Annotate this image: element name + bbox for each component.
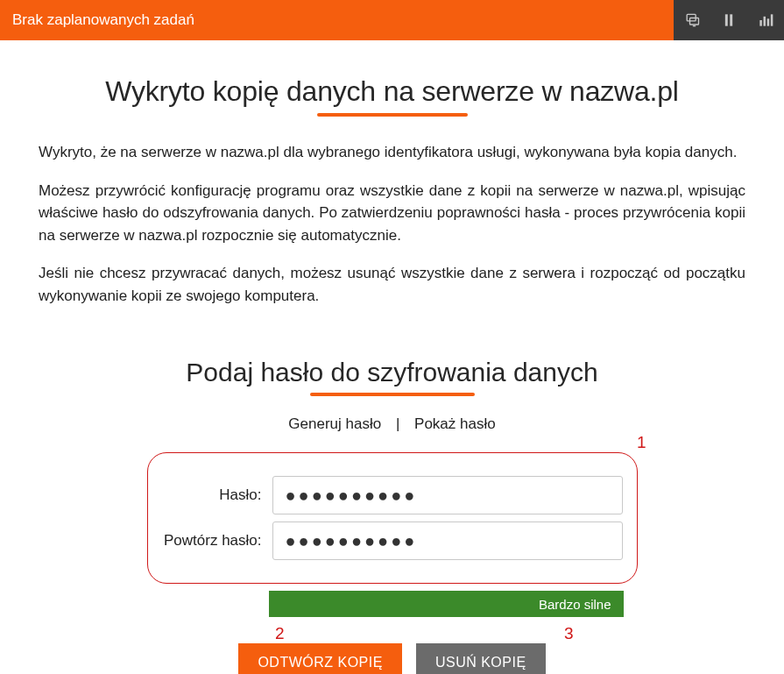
password-strength-bar: Bardzo silne xyxy=(269,591,624,617)
svg-rect-4 xyxy=(759,20,762,26)
password-row: Hasło: xyxy=(148,476,623,514)
intro-paragraph-2: Możesz przywrócić konfigurację programu … xyxy=(39,180,745,247)
svg-rect-3 xyxy=(730,14,732,25)
separator: | xyxy=(396,415,399,432)
annotation-2: 2 xyxy=(275,624,285,643)
repeat-password-row: Powtórz hasło: xyxy=(148,521,623,560)
intro-paragraph-1: Wykryto, że na serwerze w nazwa.pl dla w… xyxy=(39,141,745,164)
repeat-password-input[interactable] xyxy=(272,521,623,560)
monitor-icon[interactable] xyxy=(674,0,710,40)
generate-password-link[interactable]: Generuj hasło xyxy=(288,415,381,432)
password-label: Hasło: xyxy=(148,486,262,504)
annotation-3: 3 xyxy=(564,624,574,643)
password-strength-label: Bardzo silne xyxy=(539,597,611,612)
bars-icon[interactable] xyxy=(747,0,784,40)
svg-rect-6 xyxy=(767,18,770,25)
main-content: Wykryto kopię danych na serwerze w nazwa… xyxy=(0,40,784,674)
password-form-outline: Hasło: Powtórz hasło: xyxy=(147,452,638,584)
subtitle-underline xyxy=(310,393,475,396)
topbar-status-text: Brak zaplanowanych zadań xyxy=(0,0,674,40)
pause-icon[interactable] xyxy=(710,0,747,40)
svg-rect-7 xyxy=(771,14,773,25)
svg-rect-5 xyxy=(764,17,766,26)
restore-button[interactable]: ODTWÓRZ KOPIĘ xyxy=(238,643,402,674)
button-row: 2 3 ODTWÓRZ KOPIĘ USUŃ KOPIĘ xyxy=(39,643,745,674)
show-password-link[interactable]: Pokaż hasło xyxy=(414,415,496,432)
svg-rect-2 xyxy=(725,14,728,25)
annotation-1: 1 xyxy=(637,433,646,452)
password-tools: Generuj hasło | Pokaż hasło xyxy=(39,415,745,433)
page-title: Wykryto kopię danych na serwerze w nazwa… xyxy=(39,75,745,108)
intro-paragraph-3: Jeśli nie chcesz przywracać danych, może… xyxy=(39,262,745,307)
password-section-title: Podaj hasło do szyfrowania danych xyxy=(39,358,745,387)
topbar-icon-group xyxy=(674,0,784,40)
delete-button[interactable]: USUŃ KOPIĘ xyxy=(416,643,546,674)
topbar: Brak zaplanowanych zadań xyxy=(0,0,784,40)
password-input[interactable] xyxy=(272,476,623,514)
title-underline xyxy=(317,113,468,117)
repeat-password-label: Powtórz hasło: xyxy=(148,532,262,550)
